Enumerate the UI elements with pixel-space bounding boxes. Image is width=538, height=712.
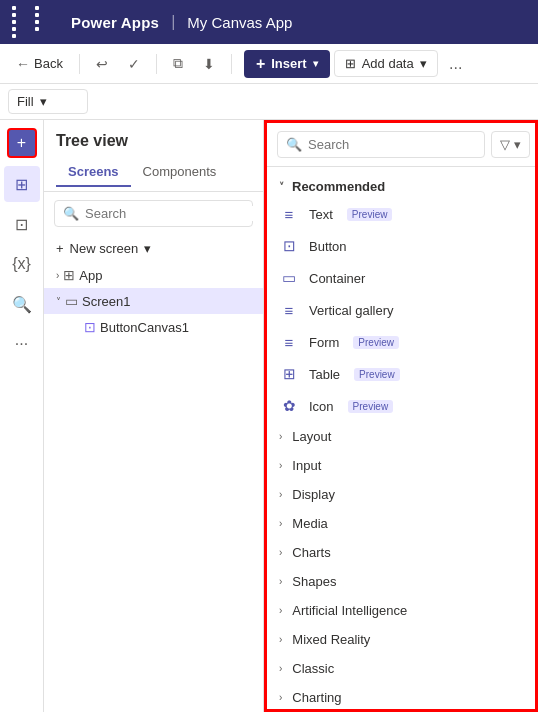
fill-chevron-icon: ▾ — [40, 94, 47, 109]
tree-search-icon: 🔍 — [63, 206, 79, 221]
text-preview-badge: Preview — [347, 208, 393, 221]
text-icon: ≡ — [279, 204, 299, 224]
add-data-icon: ⊞ — [345, 56, 356, 71]
category-media[interactable]: › Media — [267, 509, 535, 538]
classic-chevron-icon: › — [279, 663, 282, 674]
search-icon: 🔍 — [12, 295, 32, 314]
more-icon: ... — [449, 55, 462, 73]
button-icon: ⊡ — [279, 236, 299, 256]
category-layout-label: Layout — [292, 429, 331, 444]
properties-toolbar: Fill ▾ — [0, 84, 538, 120]
layout-chevron-icon: › — [279, 431, 282, 442]
insert-item-vertical-gallery[interactable]: ≡ Vertical gallery — [267, 294, 535, 326]
category-charting-label: Charting — [292, 690, 341, 705]
more-sidebar-icon: ··· — [15, 335, 28, 353]
app-launcher-icon[interactable] — [12, 6, 55, 38]
tree-item-buttoncanvas1-label: ButtonCanvas1 — [100, 320, 189, 335]
tab-screens[interactable]: Screens — [56, 158, 131, 187]
variable-icon-button[interactable]: {x} — [4, 246, 40, 282]
insert-item-form[interactable]: ≡ Form Preview — [267, 326, 535, 358]
back-button[interactable]: ← Back — [8, 52, 71, 76]
category-ai[interactable]: › Artificial Intelligence — [267, 596, 535, 625]
toolbar-divider-1 — [79, 54, 80, 74]
tree-item-screen1[interactable]: ˅ ▭ Screen1 — [44, 288, 263, 314]
insert-item-button[interactable]: ⊡ Button — [267, 230, 535, 262]
main-toolbar: ← Back ↩ ✓ ⧉ ⬇ + Insert ▾ ⊞ Add data ▾ .… — [0, 44, 538, 84]
container-icon: ▭ — [279, 268, 299, 288]
tab-components[interactable]: Components — [131, 158, 229, 187]
recommended-header[interactable]: ˅ Recommended — [267, 171, 535, 198]
category-charting[interactable]: › Charting — [267, 683, 535, 709]
add-data-chevron-icon: ▾ — [420, 56, 427, 71]
more-button[interactable]: ... — [442, 50, 470, 78]
variable-icon: {x} — [12, 255, 31, 273]
tree-search-input[interactable] — [85, 206, 253, 221]
insert-item-table[interactable]: ⊞ Table Preview — [267, 358, 535, 390]
tree-item-buttoncanvas1[interactable]: ⊡ ButtonCanvas1 — [44, 314, 263, 340]
insert-list: ˅ Recommended ≡ Text Preview ⊡ Button ▭ … — [267, 167, 535, 709]
tree-search-box[interactable]: 🔍 — [54, 200, 253, 227]
app-chevron-icon: › — [56, 270, 59, 281]
check-button[interactable]: ✓ — [120, 52, 148, 76]
category-classic[interactable]: › Classic — [267, 654, 535, 683]
category-display-label: Display — [292, 487, 335, 502]
insert-item-vertical-gallery-label: Vertical gallery — [309, 303, 394, 318]
new-screen-plus-icon: + — [56, 241, 64, 256]
filter-chevron-icon: ▾ — [514, 137, 521, 152]
add-data-button[interactable]: ⊞ Add data ▾ — [334, 50, 438, 77]
recommended-chevron-icon: ˅ — [279, 181, 284, 192]
category-display[interactable]: › Display — [267, 480, 535, 509]
fill-dropdown[interactable]: Fill ▾ — [8, 89, 88, 114]
toolbar-divider-3 — [231, 54, 232, 74]
category-shapes[interactable]: › Shapes — [267, 567, 535, 596]
screen1-icon: ▭ — [65, 293, 78, 309]
insert-plus-icon: + — [256, 55, 265, 73]
insert-item-text[interactable]: ≡ Text Preview — [267, 198, 535, 230]
category-mixed-reality[interactable]: › Mixed Reality — [267, 625, 535, 654]
buttoncanvas1-icon: ⊡ — [84, 319, 96, 335]
tree-panel: Tree view Screens Components 🔍 + New scr… — [44, 120, 264, 712]
category-input-label: Input — [292, 458, 321, 473]
tree-items: › ⊞ App ˅ ▭ Screen1 ⊡ ButtonCanvas1 — [44, 262, 263, 712]
filter-icon: ▽ — [500, 137, 510, 152]
search-icon-button[interactable]: 🔍 — [4, 286, 40, 322]
copy-button[interactable]: ⧉ — [165, 51, 191, 76]
insert-button[interactable]: + Insert ▾ — [244, 50, 330, 78]
form-icon: ≡ — [279, 332, 299, 352]
main-content: + ⊞ ⊡ {x} 🔍 ··· Tree view Screens Compon… — [0, 120, 538, 712]
insert-search-box[interactable]: 🔍 — [277, 131, 485, 158]
insert-item-container-label: Container — [309, 271, 365, 286]
tree-tabs: Screens Components — [44, 154, 263, 192]
category-media-label: Media — [292, 516, 327, 531]
insert-search-input[interactable] — [308, 137, 476, 152]
form-preview-badge: Preview — [353, 336, 399, 349]
treeview-icon-button[interactable]: ⊞ — [4, 166, 40, 202]
icon-sidebar: + ⊞ ⊡ {x} 🔍 ··· — [0, 120, 44, 712]
screen1-chevron-icon: ˅ — [56, 296, 61, 307]
filter-button[interactable]: ▽ ▾ — [491, 131, 530, 158]
table-icon: ⊞ — [279, 364, 299, 384]
app-icon: ⊞ — [63, 267, 75, 283]
insert-chevron-icon: ▾ — [313, 58, 318, 69]
category-charts-label: Charts — [292, 545, 330, 560]
insert-search-icon: 🔍 — [286, 137, 302, 152]
add-data-label: Add data — [362, 56, 414, 71]
tree-item-app[interactable]: › ⊞ App — [44, 262, 263, 288]
more-sidebar-button[interactable]: ··· — [4, 326, 40, 362]
new-screen-button[interactable]: + New screen ▾ — [44, 235, 263, 262]
table-preview-badge: Preview — [354, 368, 400, 381]
icon-icon: ✿ — [279, 396, 299, 416]
tree-header: Tree view — [44, 120, 263, 154]
insert-item-container[interactable]: ▭ Container — [267, 262, 535, 294]
brand-title: Power Apps — [71, 14, 159, 31]
insert-item-form-label: Form — [309, 335, 339, 350]
insert-item-icon[interactable]: ✿ Icon Preview — [267, 390, 535, 422]
category-charts[interactable]: › Charts — [267, 538, 535, 567]
category-input[interactable]: › Input — [267, 451, 535, 480]
data-icon-button[interactable]: ⊡ — [4, 206, 40, 242]
add-component-button[interactable]: + — [7, 128, 37, 158]
undo-button[interactable]: ↩ — [88, 52, 116, 76]
paste-button[interactable]: ⬇ — [195, 52, 223, 76]
category-layout[interactable]: › Layout — [267, 422, 535, 451]
plus-icon: + — [17, 134, 26, 152]
